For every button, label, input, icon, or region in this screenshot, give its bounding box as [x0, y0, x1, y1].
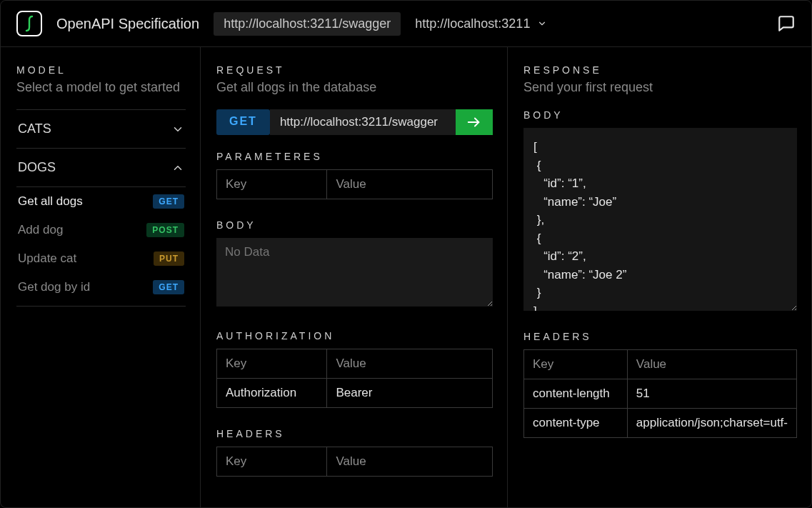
app-logo — [16, 11, 42, 36]
response-panel-title: RESPONSE — [523, 64, 797, 76]
model-group-label: CATS — [18, 121, 51, 136]
auth-value-cell[interactable]: Bearer — [327, 379, 493, 408]
model-group-cats[interactable]: CATS — [16, 109, 186, 149]
response-headers-table: Key Value content-length 51 content-type… — [523, 349, 797, 438]
chat-button[interactable] — [777, 14, 796, 33]
request-body-input[interactable] — [216, 238, 493, 307]
table-row: content-type application/json;charset=ut… — [524, 409, 797, 438]
parameters-table[interactable]: Key Value — [216, 169, 493, 199]
request-panel-title: REQUEST — [216, 64, 493, 76]
endpoint-add-dog[interactable]: Add dog POST — [16, 216, 186, 244]
table-header-row: Key Value — [217, 447, 493, 477]
chevron-down-icon — [537, 19, 547, 29]
resp-headers-value-header: Value — [627, 350, 796, 379]
method-badge-put: PUT — [154, 251, 184, 266]
model-group-dogs-endpoints: Get all dogs GET Add dog POST Update cat… — [16, 187, 186, 307]
endpoint-get-all-dogs[interactable]: Get all dogs GET — [16, 187, 186, 216]
table-row[interactable]: Authorization Bearer — [217, 379, 493, 408]
auth-value-header: Value — [327, 349, 493, 379]
request-line: GET http://localhost:3211/swagger — [216, 109, 493, 135]
table-row: content-length 51 — [524, 379, 797, 409]
app-body: MODEL Select a model to get started CATS… — [1, 47, 811, 507]
request-body-heading: BODY — [216, 219, 493, 231]
req-headers-key-header: Key — [217, 447, 327, 477]
resp-header-key: content-length — [524, 379, 628, 409]
parameters-key-header: Key — [217, 170, 327, 199]
resp-headers-key-header: Key — [524, 350, 628, 379]
send-request-button[interactable] — [456, 109, 493, 135]
base-url-text: http://localhost:3211 — [415, 16, 530, 31]
request-url-input[interactable]: http://localhost:3211/swagger — [270, 109, 456, 135]
endpoint-label: Get all dogs — [18, 194, 83, 209]
table-header-row: Key Value — [217, 170, 493, 199]
request-headers-table[interactable]: Key Value — [216, 447, 493, 477]
table-header-row: Key Value — [217, 349, 493, 379]
endpoint-update-cat[interactable]: Update cat PUT — [16, 244, 186, 273]
resp-header-value: 51 — [627, 379, 796, 409]
method-badge-get: GET — [153, 194, 184, 209]
response-panel: RESPONSE Send your first request BODY [ … — [508, 47, 811, 507]
integral-icon — [24, 15, 35, 32]
request-headers-heading: HEADERS — [216, 428, 493, 439]
response-panel-subtitle: Send your first request — [523, 80, 797, 95]
model-panel-title: MODEL — [16, 64, 186, 76]
endpoint-label: Get dog by id — [18, 280, 90, 294]
request-method-badge[interactable]: GET — [216, 109, 270, 135]
response-headers-heading: HEADERS — [523, 331, 797, 342]
app-header: OpenAPI Specification http://localhost:3… — [1, 1, 811, 47]
parameters-heading: PARAMETERES — [216, 151, 493, 162]
response-body-view[interactable]: [ { “id”: “1”, “name”: “Joe” }, { “id”: … — [523, 128, 797, 311]
model-group-label: DOGS — [18, 160, 56, 175]
authorization-heading: AUTHORIZATION — [216, 330, 493, 342]
request-panel-subtitle: Get all dogs in the database — [216, 80, 493, 95]
table-header-row: Key Value — [524, 350, 797, 379]
parameters-value-header: Value — [327, 170, 493, 199]
resp-header-value: application/json;charset=utf- — [627, 409, 796, 438]
base-url-dropdown[interactable]: http://localhost:3211 — [415, 16, 547, 31]
spec-url-pill[interactable]: http://localhost:3211/swagger — [214, 12, 401, 36]
endpoint-label: Update cat — [18, 251, 76, 266]
auth-key-cell[interactable]: Authorization — [217, 379, 327, 408]
chat-icon — [777, 14, 796, 33]
req-headers-value-header: Value — [327, 447, 493, 477]
model-panel: MODEL Select a model to get started CATS… — [1, 47, 201, 507]
response-body-heading: BODY — [523, 109, 797, 121]
app-title: OpenAPI Specification — [56, 16, 199, 32]
endpoint-label: Add dog — [18, 223, 63, 237]
method-badge-get: GET — [153, 280, 184, 294]
send-icon — [466, 114, 482, 130]
app-window: OpenAPI Specification http://localhost:3… — [0, 0, 812, 508]
request-panel: REQUEST Get all dogs in the database GET… — [201, 47, 508, 507]
chevron-down-icon — [171, 123, 184, 136]
endpoint-get-dog-by-id[interactable]: Get dog by id GET — [16, 273, 186, 302]
model-panel-subtitle: Select a model to get started — [16, 80, 186, 95]
method-badge-post: POST — [146, 223, 184, 237]
chevron-up-icon — [171, 161, 184, 174]
authorization-table[interactable]: Key Value Authorization Bearer — [216, 349, 493, 408]
resp-header-key: content-type — [524, 409, 628, 438]
auth-key-header: Key — [217, 349, 327, 379]
model-group-dogs[interactable]: DOGS — [16, 149, 186, 187]
